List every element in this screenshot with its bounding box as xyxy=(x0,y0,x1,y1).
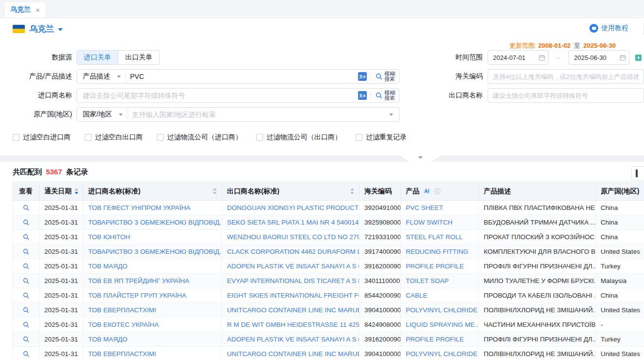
sort-exporter-control[interactable] xyxy=(350,188,354,194)
importer-link[interactable]: ТОВ ЕВЕРПЛАСТХІМІ xyxy=(83,303,222,318)
product-link[interactable]: LIQUID SPRAYING ME... xyxy=(401,318,479,332)
exporter-link[interactable]: DONGGUAN XIONGYI PLASTIC PRODUCTS ... xyxy=(222,201,360,215)
view-search-icon[interactable] xyxy=(22,219,30,226)
view-search-icon[interactable] xyxy=(22,204,30,211)
view-search-icon[interactable] xyxy=(22,292,30,299)
chevron-down-icon[interactable] xyxy=(58,28,63,31)
exporter-link[interactable]: EVYAP INTERNATIONAL DIS TICARET A S IS..… xyxy=(222,274,360,288)
origin-type-select[interactable]: 国家/地区 xyxy=(77,108,128,121)
checkbox-icon[interactable] xyxy=(256,134,263,141)
view-search-icon[interactable] xyxy=(22,263,30,270)
exporter-link[interactable]: WENZHOU BAORUI STEEL CO LTD NO 2792... xyxy=(222,230,360,245)
product-link[interactable]: STEEL FLAT ROLL xyxy=(401,230,479,245)
hs-code-input[interactable] xyxy=(488,69,644,84)
datasource-export-option[interactable]: 出口关单 xyxy=(118,51,159,64)
filter-checkbox[interactable]: 过滤空白出口商 xyxy=(85,133,143,142)
importer-link[interactable]: ТОВ ЕВЕРПЛАСТХІМІ xyxy=(83,347,222,359)
exporter-input[interactable] xyxy=(488,88,644,103)
col-view: 查看 xyxy=(13,182,39,201)
filter-checkbox[interactable]: 过滤物流公司（出口商） xyxy=(256,133,341,142)
tutorial-link[interactable]: 使用教程 xyxy=(589,24,628,33)
importer-link[interactable]: ТОВ ПЛАЙСТЕР ГРУП УКРАЇНА xyxy=(83,288,222,303)
tab-close-icon[interactable]: × xyxy=(36,6,40,14)
checkbox-icon[interactable] xyxy=(85,134,92,141)
product-type-select[interactable]: 产品描述 xyxy=(77,70,126,83)
chevron-down-icon[interactable] xyxy=(389,113,393,116)
view-cell xyxy=(13,274,39,288)
importer-link[interactable]: ТОВ ЕВ ЯП ТРЕЙДИНГ УКРАЇНА xyxy=(83,274,222,288)
importer-link[interactable]: ТОВ ЮНІТОН xyxy=(83,230,222,245)
checkbox-icon[interactable] xyxy=(157,134,164,141)
exporter-link[interactable]: R M DE WIT GMBH HEIDESTRASSE 11 4254... xyxy=(222,318,360,332)
hs-code-label: 海关编码 xyxy=(440,72,488,81)
exporter-link[interactable]: UNITCARGO CONTAINER LINE INC MARUB... xyxy=(222,347,360,359)
sort-importer-control[interactable] xyxy=(213,188,217,194)
hs-code-cell: 7219331000 xyxy=(360,230,401,245)
info-icon[interactable]: i xyxy=(434,188,440,194)
importer-link[interactable]: ТОВАРИСТВО З ОБМЕЖЕНОЮ ВІДПОВІД... xyxy=(83,215,222,230)
importer-link[interactable]: ТОВ ЕКОТЕС УКРАЇНА xyxy=(83,318,222,332)
date-cell: 2025-01-31 xyxy=(39,274,83,288)
importer-fuzzy-search-button[interactable]: 模糊搜索 xyxy=(374,90,399,101)
time-range-group: 时间范围 – xyxy=(440,50,644,65)
product-input[interactable] xyxy=(126,73,358,80)
table-row: 2025-01-31 ТОВ ЕВЕРПЛАСТХІМІ UNITCARGO C… xyxy=(13,347,644,359)
checkbox-label: 过滤物流公司（出口商） xyxy=(266,133,341,142)
exporter-link[interactable]: UNITCARGO CONTAINER LINE INC MARUB... xyxy=(222,303,360,318)
importer-link[interactable]: ТОВ МАЯДО xyxy=(83,332,222,347)
importer-link[interactable]: ТОВ МАЯДО xyxy=(83,259,222,274)
quick-select-icon: + xyxy=(635,55,642,61)
tab-ukraine[interactable]: 乌克兰 × xyxy=(4,1,46,18)
filter-checkbox[interactable]: 过滤物流公司（进口商） xyxy=(157,133,242,142)
hs-code-cell: 3401110000 xyxy=(360,274,401,288)
view-search-icon[interactable] xyxy=(22,248,30,255)
page-header: 乌克兰 使用教程 xyxy=(0,18,644,39)
product-link[interactable]: REDUCING FITTING xyxy=(401,245,479,259)
product-link[interactable]: PROFILE PROFILE xyxy=(401,332,479,347)
product-link[interactable]: PVC SHEET xyxy=(401,201,479,215)
filter-checkbox[interactable]: 过滤重复记录 xyxy=(356,133,407,142)
col-exporter: 出口商名称(标准) xyxy=(222,182,360,201)
origin-cell: United States xyxy=(596,303,644,318)
view-search-icon[interactable] xyxy=(22,233,30,241)
product-link[interactable]: PROFILE PROFILE xyxy=(401,259,479,274)
translate-icon[interactable]: 文A xyxy=(358,72,367,81)
importer-link[interactable]: ТОВАРИСТВО З ОБМЕЖЕНОЮ ВІДПОВІД... xyxy=(83,245,222,259)
exporter-link[interactable]: ADOPEN PLASTIK VE INSAAT SANAYI A S O... xyxy=(222,259,360,274)
hs-code-cell: 3920491000 xyxy=(360,201,401,215)
table-row: 2025-01-31 ТОВ ПЛАЙСТЕР ГРУП УКРАЇНА EIG… xyxy=(13,288,644,303)
view-search-icon[interactable] xyxy=(22,277,30,284)
update-range-from: 2008-01-02 xyxy=(538,42,571,49)
country-title[interactable]: 乌克兰 xyxy=(29,23,54,35)
description-cell: ВБУДОВАНИЙ ТРИМАЧ ДАТЧИКА ... xyxy=(479,215,596,230)
product-fuzzy-search-button[interactable]: 模糊搜索 xyxy=(374,71,399,82)
view-cell xyxy=(13,259,39,274)
product-link[interactable]: TOILET SOAP xyxy=(401,274,479,288)
exporter-link[interactable]: CLACK CORPORATION 4462 DURAFORM L... xyxy=(222,245,360,259)
view-cell xyxy=(13,288,39,303)
sort-date-control[interactable] xyxy=(75,188,78,194)
exporter-link[interactable]: ADOPEN PLASTIK VE INSAAT SANAYI A S O... xyxy=(222,332,360,347)
view-search-icon[interactable] xyxy=(22,306,30,314)
translate-icon[interactable]: 文A xyxy=(358,91,367,100)
product-link[interactable]: CABLE xyxy=(401,288,479,303)
origin-input[interactable] xyxy=(128,111,389,118)
product-link[interactable]: POLYVINYL CHLORIDE xyxy=(401,347,479,359)
checkbox-icon[interactable] xyxy=(13,134,19,141)
view-cell xyxy=(13,245,39,259)
table-settings-button[interactable] xyxy=(631,166,644,181)
exporter-link[interactable]: SEKO SIETA SRL PIATA 1 MAI NR 4 5400141 … xyxy=(222,215,360,230)
quick-select-button[interactable]: + 快捷 xyxy=(635,53,644,62)
datasource-import-option[interactable]: 进口关单 xyxy=(77,51,118,64)
view-search-icon[interactable] xyxy=(22,336,30,343)
exporter-link[interactable]: EIGHT SKIES INTERNATIONAL FREIGHT FOR... xyxy=(222,288,360,303)
filter-checkbox[interactable]: 过滤空白进口商 xyxy=(13,133,71,142)
importer-input[interactable] xyxy=(77,92,358,99)
product-link[interactable]: POLYVINYL CHLORIDE xyxy=(401,303,479,318)
view-search-icon[interactable] xyxy=(22,350,30,358)
col-importer: 进口商名称(标准) xyxy=(83,182,222,201)
view-search-icon[interactable] xyxy=(22,321,30,328)
product-link[interactable]: FLOW SWITCH xyxy=(401,215,479,230)
checkbox-icon[interactable] xyxy=(356,134,362,141)
importer-link[interactable]: ТОВ ГЕФЕСТ УНІПРОМ УКРАЇНА xyxy=(83,201,222,215)
